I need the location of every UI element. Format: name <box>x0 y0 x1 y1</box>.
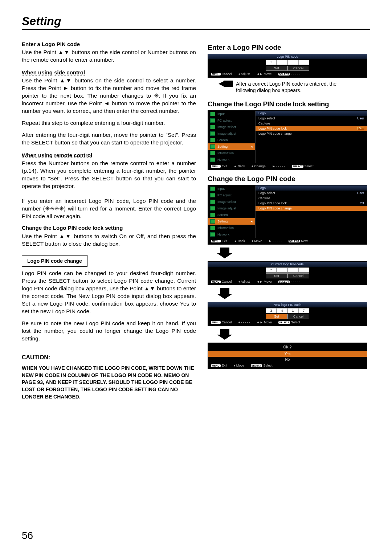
right-column: Enter a Logo PIN code Logo PIN code * Se… <box>208 38 367 400</box>
caution-body: WHEN YOU HAVE CHANGED THE LOGO PIN CODE,… <box>22 365 196 400</box>
menu-sub-row: Logo selectUser <box>256 116 367 121</box>
heading-enter-pin-right: Enter a Logo PIN code <box>208 44 367 52</box>
body-text: After entering the four-digit number, mo… <box>22 131 196 147</box>
confirm-title: OK ? <box>208 343 367 351</box>
body-text: Logo PIN code can be changed to your des… <box>22 270 196 315</box>
heading-change-lock-right: Change the Logo PIN code lock setting <box>208 100 367 108</box>
menu-item-network: Network <box>208 156 255 163</box>
current-pin-dialog: Current logo PIN code * Set Cancel MENUC… <box>208 261 367 285</box>
body-text: Press the Number buttons on the remote c… <box>22 160 196 190</box>
down-arrow-icon <box>215 288 234 299</box>
body-text: Use the Point ▲▼ buttons on the side con… <box>22 77 196 115</box>
new-pin-dialog: New logo PIN code 3 4 1 7 Set Cancel MEN… <box>208 302 367 326</box>
body-text: Use the Point ▲▼ buttons to switch On or… <box>22 233 196 248</box>
confirm-yes: Yes <box>208 351 367 357</box>
body-text: Repeat this step to complete entering a … <box>22 119 196 127</box>
menu-item-input: Input <box>208 111 255 117</box>
body-text: If you enter an incorrect Logo PIN code,… <box>22 197 196 220</box>
heading-change-pin-right: Change the Logo PIN code <box>208 175 367 183</box>
pin-dialog-panel: Logo PIN code * Set Cancel MENUCancel ♦ … <box>208 54 367 78</box>
box-label-pin-change: Logo PIN code change <box>22 255 87 267</box>
pin-dialog-title: Logo PIN code <box>208 54 367 59</box>
dialog-bottombar: MENUCancel ♦ Adjust ◄► Move SELECT- - - … <box>208 71 367 77</box>
page-number: 56 <box>22 530 33 541</box>
heading-enter-pin: Enter a Logo PIN code <box>22 41 196 48</box>
pin-cell <box>298 60 309 65</box>
menu-right-title: Logo <box>256 111 367 116</box>
pin-cell <box>287 60 298 65</box>
down-arrow-icon <box>215 248 234 258</box>
body-text: Use the Point ▲▼ buttons on the side con… <box>22 49 196 64</box>
menu-bottombar: MENUExit ◄ Back ♦ Change ► - - - - - SEL… <box>208 163 367 169</box>
note-text: After a correct Logo PIN code is entered… <box>236 81 345 94</box>
set-button: Set <box>266 66 287 71</box>
pin-cell: * <box>266 60 277 65</box>
menu-sub-row: Capture <box>256 121 367 126</box>
select-badge: SELECT <box>278 73 290 75</box>
page-title: Setting <box>22 15 370 30</box>
callout-arrow-icon <box>219 81 233 89</box>
menu-item-imgadjust: Image adjust <box>208 130 255 137</box>
menu-item-info: Information <box>208 150 255 156</box>
left-column: Enter a Logo PIN code Use the Point ▲▼ b… <box>22 38 196 400</box>
pin-cell <box>277 60 287 65</box>
body-text: Be sure to note the new Logo PIN code an… <box>22 320 196 343</box>
confirm-dialog: OK ? Yes No MENUExit ♦ Move SELECTSelect <box>208 343 367 369</box>
down-arrow-icon <box>215 329 234 340</box>
heading-remote-control: When using remote control <box>22 152 196 159</box>
confirm-no: No <box>208 357 367 362</box>
cancel-button: Cancel <box>287 66 309 71</box>
menu-item-pcadjust: PC adjust <box>208 117 255 124</box>
menu-left-list: Input PC adjust Image select Image adjus… <box>208 111 255 163</box>
menu-item-setting: Setting <box>208 143 255 150</box>
menu-panel-change: Input PC adjust Image select Image adjus… <box>208 185 367 245</box>
menu-badge: MENU <box>211 73 221 75</box>
menu-panel-lock: Input PC adjust Image select Image adjus… <box>208 110 367 170</box>
menu-sub-row-selected: Logo PIN code lockOn <box>256 126 367 131</box>
menu-sub-row: Logo PIN code change <box>256 131 367 136</box>
caution-heading: CAUTION: <box>22 353 196 361</box>
menu-item-screen: Screen <box>208 137 255 143</box>
heading-side-control: When using side control <box>22 69 196 76</box>
heading-change-lock: Change the Logo PIN code lock setting <box>22 224 196 232</box>
menu-item-imgselect: Image select <box>208 124 255 130</box>
